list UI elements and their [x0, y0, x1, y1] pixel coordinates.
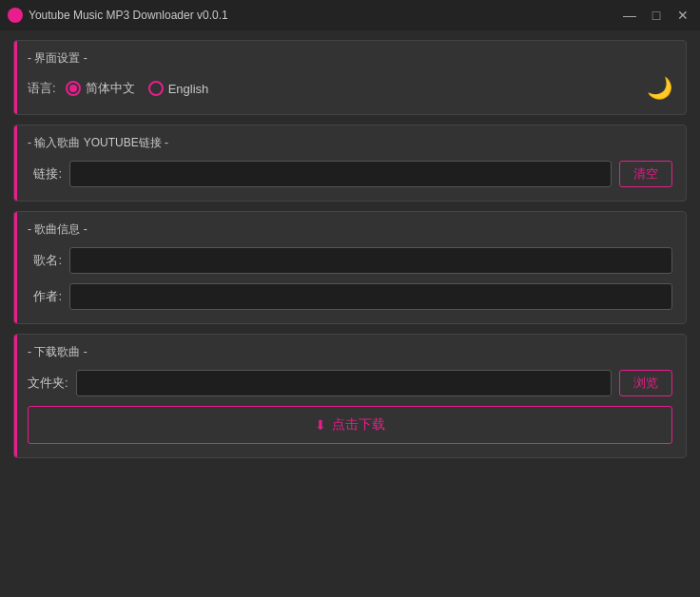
titlebar: Youtube Music MP3 Downloader v0.0.1 — □ … — [0, 0, 700, 30]
download-section: - 下载歌曲 - 文件夹: 浏览 ⬇ 点击下载 — [13, 334, 687, 458]
song-info-content: 歌名: 作者: — [28, 247, 672, 310]
download-title: - 下载歌曲 - — [28, 344, 672, 360]
download-button[interactable]: ⬇ 点击下载 — [28, 406, 672, 444]
language-label: 语言: — [28, 80, 56, 97]
radio-cn-label: 简体中文 — [86, 80, 135, 97]
radio-cn-circle[interactable] — [66, 81, 81, 96]
interface-settings-title: - 界面设置 - — [28, 50, 672, 67]
language-row: 语言: 简体中文 English 🌙 — [28, 76, 672, 101]
radio-en-circle[interactable] — [148, 81, 164, 96]
url-section-title: - 输入歌曲 YOUTUBE链接 - — [28, 135, 672, 151]
radio-group: 简体中文 English — [66, 80, 209, 97]
section-accent — [14, 41, 17, 114]
song-name-row: 歌名: — [28, 247, 672, 274]
dark-mode-icon[interactable]: 🌙 — [647, 76, 672, 101]
url-input-section: - 输入歌曲 YOUTUBE链接 - 链接: 清空 — [13, 125, 687, 202]
main-content: - 界面设置 - 语言: 简体中文 English 🌙 - — [0, 30, 700, 597]
clear-button[interactable]: 清空 — [619, 161, 672, 187]
close-button[interactable]: ✕ — [673, 6, 692, 25]
interface-settings-section: - 界面设置 - 语言: 简体中文 English 🌙 — [13, 40, 687, 115]
radio-item-cn[interactable]: 简体中文 — [66, 80, 135, 97]
song-info-section: - 歌曲信息 - 歌名: 作者: — [13, 211, 687, 324]
language-options: 语言: 简体中文 English — [28, 80, 208, 97]
radio-item-en[interactable]: English — [148, 81, 209, 96]
folder-row: 文件夹: 浏览 — [28, 370, 672, 396]
folder-input[interactable] — [76, 370, 612, 396]
folder-label: 文件夹: — [28, 375, 68, 392]
url-input[interactable] — [69, 161, 612, 187]
download-icon: ⬇ — [315, 417, 326, 433]
song-info-title: - 歌曲信息 - — [28, 221, 672, 238]
download-button-label: 点击下载 — [332, 416, 385, 433]
song-name-input[interactable] — [69, 247, 672, 274]
section-accent — [14, 212, 17, 323]
app-icon — [8, 8, 23, 23]
titlebar-left: Youtube Music MP3 Downloader v0.0.1 — [8, 8, 228, 23]
browse-button[interactable]: 浏览 — [619, 370, 672, 396]
radio-en-label: English — [168, 82, 209, 96]
section-accent — [14, 335, 17, 457]
author-input[interactable] — [69, 283, 672, 310]
author-label: 作者: — [28, 288, 62, 305]
minimize-button[interactable]: — — [620, 6, 639, 25]
titlebar-controls: — □ ✕ — [620, 6, 692, 25]
author-row: 作者: — [28, 283, 672, 310]
restore-button[interactable]: □ — [647, 6, 666, 25]
section-accent — [14, 125, 17, 201]
titlebar-title: Youtube Music MP3 Downloader v0.0.1 — [29, 9, 228, 22]
song-name-label: 歌名: — [28, 252, 62, 269]
url-form-row: 链接: 清空 — [28, 161, 672, 187]
download-content: 文件夹: 浏览 ⬇ 点击下载 — [28, 370, 672, 444]
link-label: 链接: — [28, 165, 62, 183]
